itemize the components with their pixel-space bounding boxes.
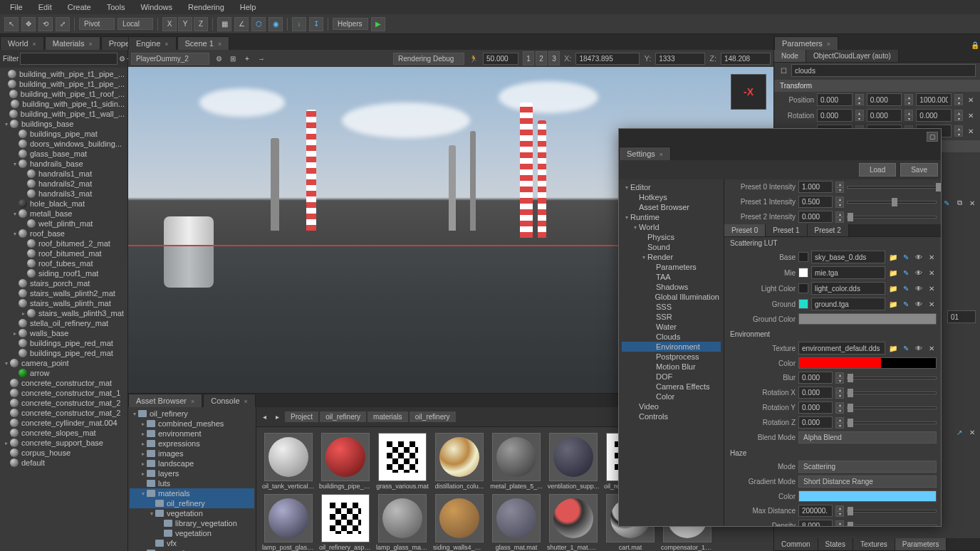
tree-item[interactable]: Controls xyxy=(622,411,721,421)
snap-grid[interactable]: ▦ xyxy=(217,17,231,31)
tree-item[interactable]: Postprocess xyxy=(622,352,721,362)
viewport-num-3[interactable]: 3 xyxy=(548,51,560,65)
preset-value-input[interactable] xyxy=(798,196,833,208)
tree-item[interactable]: concrete_constructor_mat_1 xyxy=(1,388,126,398)
tree-item[interactable]: handrails2_mat xyxy=(1,179,126,189)
tree-item[interactable]: TAA xyxy=(622,272,721,282)
clear-icon[interactable]: ✕ xyxy=(927,299,937,309)
tree-item[interactable]: Clouds xyxy=(622,332,721,342)
tree-item[interactable]: Sound xyxy=(622,242,721,252)
tree-item[interactable]: handrails3_mat xyxy=(1,189,126,199)
folder-icon[interactable]: 📁 xyxy=(888,252,898,262)
env-slider-track[interactable] xyxy=(847,406,937,409)
filter-options-icon[interactable]: ⚙ xyxy=(119,54,125,64)
menu-windows[interactable]: Windows xyxy=(133,1,179,13)
asset-item[interactable]: buildings_pipe_re... xyxy=(319,433,372,490)
tree-item[interactable]: siding_roof1_mat xyxy=(1,268,126,278)
tree-item[interactable]: glass_base_mat xyxy=(1,149,126,159)
bottom-subtab-0[interactable]: Common xyxy=(774,538,818,550)
edit-icon[interactable]: ✎ xyxy=(901,343,911,353)
env-slider-track[interactable] xyxy=(847,392,937,394)
tree-item[interactable]: buildings_pipe_red_mat xyxy=(1,338,126,348)
runner-icon[interactable]: 🏃 xyxy=(469,53,479,63)
tree-item[interactable]: welt_plinth_mat xyxy=(1,219,126,229)
preset-slider[interactable] xyxy=(847,186,937,189)
view-icon[interactable]: 👁 xyxy=(914,283,924,293)
snap-vertex[interactable]: ◉ xyxy=(269,17,283,31)
save-button[interactable]: Save xyxy=(900,163,938,177)
lut-path-input[interactable] xyxy=(811,298,885,310)
env-color-swatch[interactable] xyxy=(798,357,937,369)
tree-item[interactable]: ▸combined_meshes xyxy=(130,419,254,429)
env-slider-track[interactable] xyxy=(847,421,937,424)
tree-item[interactable]: library_vegetation xyxy=(130,518,254,528)
coord-x-input[interactable] xyxy=(575,53,640,65)
env-value-input[interactable] xyxy=(798,387,833,399)
tree-item[interactable]: SSR xyxy=(622,312,721,322)
folder-icon[interactable]: 📁 xyxy=(888,268,898,278)
tree-item[interactable]: ▸layers xyxy=(130,468,254,478)
preset-slider[interactable] xyxy=(847,216,937,219)
pin-icon[interactable]: 🔒 xyxy=(970,40,980,50)
edit-icon[interactable]: ✎ xyxy=(901,283,911,293)
menu-help[interactable]: Help xyxy=(233,1,264,13)
tree-item[interactable]: stairs_porch_mat xyxy=(1,278,126,288)
tree-item[interactable]: ▸environment xyxy=(130,429,254,439)
asset-item[interactable]: grass_various.mat xyxy=(376,433,429,490)
camera-plus-icon[interactable]: + xyxy=(242,53,252,63)
extra-input[interactable] xyxy=(947,310,976,323)
tree-item[interactable]: ▾Editor xyxy=(622,182,721,192)
tree-item[interactable]: ▾camera_point xyxy=(1,358,126,368)
reset-icon[interactable]: ✕ xyxy=(966,110,976,120)
tool-icon-2[interactable]: ⧉ xyxy=(954,198,964,208)
tree-item[interactable]: DOF xyxy=(622,372,721,382)
preset-value-input[interactable] xyxy=(798,181,833,193)
coord-dropdown[interactable]: Local xyxy=(118,18,153,30)
view-icon[interactable]: 👁 xyxy=(914,343,924,353)
tree-item[interactable]: Water xyxy=(622,322,721,332)
env-value-input[interactable] xyxy=(798,416,833,429)
axis-z-button[interactable]: Z xyxy=(194,17,208,31)
tree-item[interactable]: building_with_pipe_t1_pipe_... xyxy=(1,69,126,79)
transform-input[interactable] xyxy=(867,109,902,122)
asset-item[interactable]: oil_tank_vertical_... xyxy=(262,433,315,490)
density-slider[interactable] xyxy=(847,525,937,527)
tree-item[interactable]: ▾Runtime xyxy=(622,212,721,222)
scene-tab-0[interactable]: Engine× xyxy=(128,36,177,50)
camera-dropdown[interactable]: PlayerDummy_2 xyxy=(131,53,209,65)
preset-tab-0[interactable]: Preset 0 xyxy=(724,224,766,236)
tree-item[interactable]: luts xyxy=(130,478,254,488)
asset-item[interactable]: metal_plates_5_... xyxy=(490,433,543,490)
edit-icon[interactable]: ✎ xyxy=(901,299,911,309)
tree-item[interactable]: Motion Blur xyxy=(622,362,721,372)
tree-item[interactable]: concrete_constructor_mat_2 xyxy=(1,398,126,408)
snap-angle[interactable]: ∠ xyxy=(234,17,249,31)
tree-item[interactable]: stairs_walls_plinth_mat xyxy=(1,298,126,308)
clear-icon[interactable]: ✕ xyxy=(927,283,937,293)
max-distance-input[interactable] xyxy=(798,505,833,517)
pivot-dropdown[interactable]: Pivot xyxy=(79,18,115,30)
asset-tab-1[interactable]: Console× xyxy=(203,394,256,407)
tree-item[interactable]: hole_black_mat xyxy=(1,199,126,209)
transform-input[interactable] xyxy=(817,93,853,106)
tree-item[interactable]: oil_refinery xyxy=(130,498,254,508)
clear-icon[interactable]: ✕ xyxy=(927,268,937,278)
tool-icon-1[interactable]: ✎ xyxy=(942,198,952,208)
view-icon[interactable]: 👁 xyxy=(914,252,924,262)
tree-item[interactable]: Color xyxy=(622,392,721,402)
haze-mode-dropdown[interactable]: Scattering xyxy=(798,461,937,473)
left-tab-0[interactable]: World× xyxy=(0,36,44,50)
tree-item[interactable]: doors_windows_building... xyxy=(1,139,126,149)
coord-z-input[interactable] xyxy=(721,53,771,65)
folder-icon[interactable]: 📁 xyxy=(888,299,898,309)
transform-input[interactable] xyxy=(916,109,952,122)
tree-item[interactable]: Environment xyxy=(622,342,721,352)
tree-item[interactable]: building_with_pipe_t1_wall_... xyxy=(1,109,126,119)
camera-add-icon[interactable]: ⊞ xyxy=(228,53,238,63)
tree-item[interactable]: ▾handrails_base xyxy=(1,159,126,169)
transform-input[interactable] xyxy=(867,93,902,106)
viewport-num-2[interactable]: 2 xyxy=(536,51,547,65)
preset-slider[interactable] xyxy=(847,201,937,204)
tree-item[interactable]: Asset Browser xyxy=(622,202,721,212)
tool-icon-5[interactable]: ✕ xyxy=(967,427,977,437)
